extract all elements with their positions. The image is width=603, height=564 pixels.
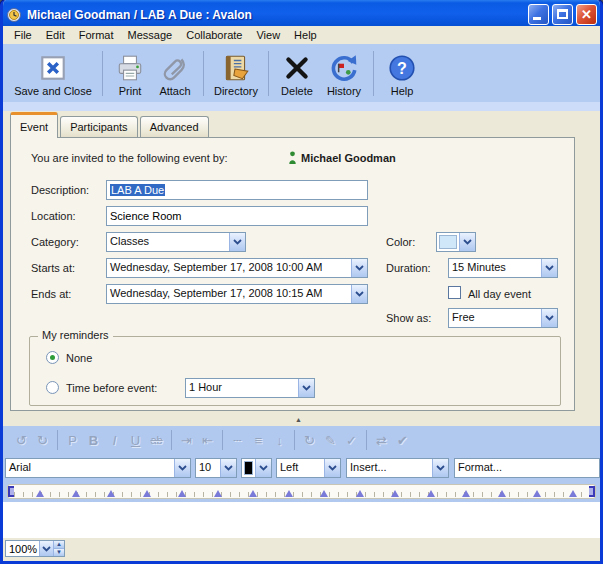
reminder-time-radio[interactable] — [46, 381, 59, 394]
category-label: Category: — [31, 236, 79, 248]
title-bar[interactable]: Michael Goodman / LAB A Due : Avalon ✕ — [0, 0, 603, 29]
delete-button[interactable]: Delete — [274, 47, 320, 100]
duration-dropdown[interactable]: 15 Minutes — [448, 258, 558, 278]
directory-button[interactable]: Directory — [209, 47, 263, 100]
menu-item-message[interactable]: Message — [121, 27, 180, 43]
chevron-down-icon[interactable] — [432, 459, 448, 477]
show-as-dropdown[interactable]: Free — [448, 308, 558, 328]
svg-text:?: ? — [397, 59, 407, 77]
chevron-down-icon[interactable] — [39, 541, 53, 556]
line-spacing-icon: ┄ — [227, 433, 248, 448]
all-day-checkbox[interactable] — [448, 286, 461, 299]
revert-icon: ↻ — [299, 433, 320, 448]
ruler-tabstop[interactable] — [569, 490, 577, 497]
menu-item-edit[interactable]: Edit — [39, 27, 72, 43]
tab-advanced[interactable]: Advanced — [140, 116, 209, 138]
reminder-time-dropdown[interactable]: 1 Hour — [185, 378, 315, 398]
menu-bar: File Edit Format Message Collaborate Vie… — [3, 26, 600, 44]
ruler[interactable] — [7, 484, 596, 499]
format-dropdown[interactable]: Format... — [454, 458, 600, 478]
insert-dropdown[interactable]: Insert... — [346, 458, 449, 478]
category-dropdown[interactable]: Classes — [106, 232, 246, 252]
chevron-down-icon[interactable] — [174, 459, 190, 477]
chevron-down-icon[interactable] — [220, 459, 236, 477]
spinner-down-icon[interactable]: ▼ — [54, 548, 64, 556]
redo-icon: ↻ — [32, 433, 53, 448]
help-icon: ? — [387, 53, 417, 83]
ruler-tabstop[interactable] — [533, 490, 541, 497]
ruler-tabstop[interactable] — [391, 490, 399, 497]
ends-at-dropdown[interactable]: Wednesday, September 17, 2008 10:15 AM — [106, 284, 368, 304]
indent-increase-icon: ⇥ — [176, 433, 197, 448]
color-dropdown[interactable] — [436, 232, 476, 252]
font-family-dropdown[interactable]: Arial — [5, 458, 191, 478]
collapse-arrow-icon[interactable]: ▲ — [295, 416, 302, 423]
alignment-dropdown[interactable]: Left — [276, 458, 341, 478]
chevron-down-icon[interactable] — [351, 285, 367, 303]
zoom-spinner[interactable]: ▲▼ — [53, 541, 64, 556]
attach-button[interactable]: Attach — [152, 47, 198, 100]
menu-item-help[interactable]: Help — [287, 27, 324, 43]
menu-item-view[interactable]: View — [249, 27, 287, 43]
ends-at-label: Ends at: — [31, 288, 71, 300]
maximize-icon — [557, 9, 568, 19]
strikethrough-icon: ab — [146, 434, 167, 446]
spinner-up-icon[interactable]: ▲ — [54, 541, 64, 548]
chevron-down-icon[interactable] — [229, 233, 245, 251]
help-button[interactable]: ? Help — [379, 47, 425, 100]
menu-item-collaborate[interactable]: Collaborate — [179, 27, 249, 43]
print-button[interactable]: Print — [108, 47, 152, 100]
right-margin-marker[interactable] — [589, 486, 595, 497]
font-size-dropdown[interactable]: 10 — [195, 458, 237, 478]
reminder-none-radio[interactable] — [46, 351, 59, 364]
chevron-down-icon[interactable] — [459, 233, 475, 251]
person-icon — [288, 151, 297, 164]
font-color-swatch — [244, 461, 253, 475]
ruler-tabstop[interactable] — [320, 490, 328, 497]
color-label: Color: — [386, 236, 415, 248]
ruler-tabstop[interactable] — [214, 490, 222, 497]
menu-item-file[interactable]: File — [7, 27, 39, 43]
ruler-tabstop[interactable] — [249, 490, 257, 497]
close-button[interactable]: ✕ — [576, 4, 597, 25]
ruler-tabstop[interactable] — [498, 490, 506, 497]
chevron-down-icon[interactable] — [255, 459, 271, 477]
attach-icon — [160, 53, 190, 83]
underline-icon: U — [125, 433, 146, 448]
color-swatch — [439, 235, 457, 249]
show-as-label: Show as: — [386, 312, 431, 324]
history-button[interactable]: History — [320, 47, 368, 100]
chevron-down-icon[interactable] — [298, 379, 314, 397]
zoom-control[interactable]: 100% ▲▼ — [5, 540, 65, 557]
message-body[interactable] — [3, 502, 600, 538]
font-color-dropdown[interactable] — [241, 458, 272, 478]
save-and-close-button[interactable]: Save and Close — [9, 47, 97, 100]
chevron-down-icon[interactable] — [324, 459, 340, 477]
chevron-down-icon[interactable] — [541, 259, 557, 277]
toolbar-separator — [268, 51, 269, 96]
ruler-tabstop[interactable] — [427, 490, 435, 497]
organizer-name: Michael Goodman — [301, 152, 396, 164]
minimize-button[interactable] — [528, 4, 549, 25]
ruler-tabstop[interactable] — [462, 490, 470, 497]
ruler-tabstop[interactable] — [285, 490, 293, 497]
save-and-close-icon — [38, 53, 68, 83]
description-input[interactable]: LAB A Due — [106, 180, 368, 200]
chevron-down-icon[interactable] — [541, 309, 557, 327]
menu-item-format[interactable]: Format — [72, 27, 121, 43]
location-value: Science Room — [110, 210, 182, 222]
chevron-down-icon[interactable] — [351, 259, 367, 277]
ruler-tabstop[interactable] — [356, 490, 364, 497]
ruler-tabstop[interactable] — [143, 490, 151, 497]
starts-at-dropdown[interactable]: Wednesday, September 17, 2008 10:00 AM — [106, 258, 368, 278]
plain-style-icon: P — [62, 433, 83, 448]
location-input[interactable]: Science Room — [106, 206, 368, 226]
ruler-tabstop[interactable] — [178, 490, 186, 497]
maximize-button[interactable] — [552, 4, 573, 25]
tab-event[interactable]: Event — [10, 112, 58, 138]
ruler-tabstop[interactable] — [107, 490, 115, 497]
ruler-tabstop[interactable] — [72, 490, 80, 497]
tab-participants[interactable]: Participants — [60, 116, 137, 138]
ruler-tabstop[interactable] — [36, 490, 44, 497]
description-value: LAB A Due — [110, 184, 165, 196]
